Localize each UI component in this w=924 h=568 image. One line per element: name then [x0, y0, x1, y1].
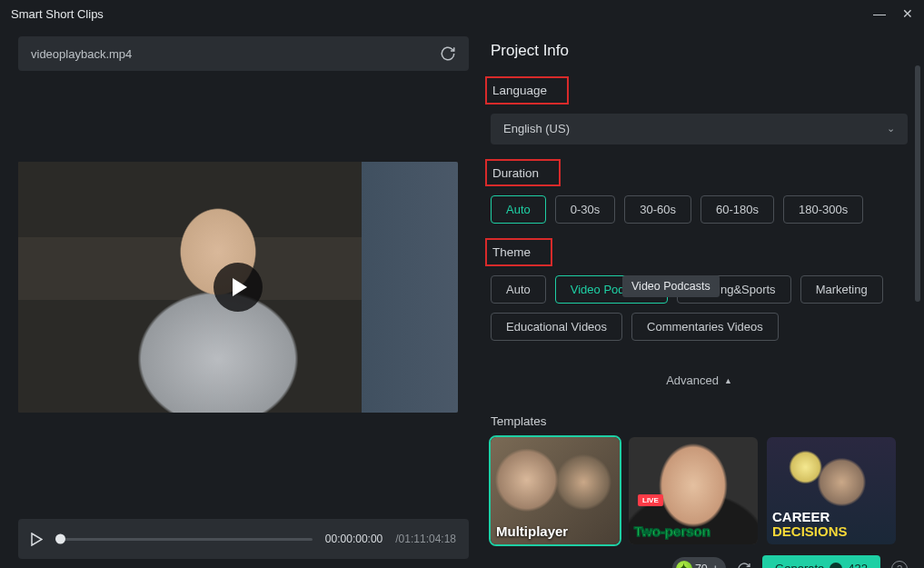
- video-preview[interactable]: [18, 162, 458, 413]
- template-title: CAREER DECISIONS: [772, 510, 890, 539]
- duration-section: Duration Auto 0-30s 30-60s 60-180s 180-3…: [491, 159, 908, 224]
- language-select[interactable]: English (US) ⌄: [491, 114, 908, 144]
- theme-pill-auto[interactable]: Auto: [491, 275, 546, 304]
- theme-tooltip: Video Podcasts: [622, 275, 720, 297]
- chevron-down-icon: ⌄: [887, 123, 895, 135]
- duration-label: Duration: [492, 165, 539, 182]
- seek-bar[interactable]: [55, 538, 313, 541]
- template-career[interactable]: CAREER DECISIONS: [767, 437, 896, 544]
- duration-pill-60-180[interactable]: 60-180s: [700, 195, 774, 224]
- file-name: videoplayback.mp4: [31, 47, 132, 61]
- file-bar: videoplayback.mp4: [18, 36, 469, 71]
- duration-pill-180-300[interactable]: 180-300s: [783, 195, 863, 224]
- play-button[interactable]: [214, 263, 263, 312]
- advanced-toggle[interactable]: Advanced▲: [491, 374, 908, 387]
- theme-pill-educational[interactable]: Educational Videos: [491, 313, 622, 341]
- refresh-icon[interactable]: [440, 45, 456, 62]
- panel-header: Project Info: [491, 42, 908, 60]
- project-info-panel: Project Info Language English (US) ⌄ Dur…: [476, 27, 924, 568]
- preview-panel: videoplayback.mp4 00:00:00:00 /01:11:04:…: [0, 27, 476, 568]
- total-duration: /01:11:04:18: [395, 533, 456, 545]
- templates-row: Multiplayer LIVE Two-person CAREER DECIS…: [491, 437, 908, 544]
- live-badge: LIVE: [638, 494, 663, 506]
- language-value: English (US): [503, 122, 570, 135]
- seek-thumb[interactable]: [55, 534, 65, 544]
- language-section: Language English (US) ⌄: [491, 76, 908, 144]
- scrollbar[interactable]: [915, 65, 920, 302]
- generate-cost: 432: [848, 562, 868, 568]
- window-controls: — ✕: [873, 6, 913, 21]
- titlebar: Smart Short Clips — ✕: [0, 0, 924, 27]
- coin-icon: ✦: [676, 561, 692, 568]
- cost-coin-icon: [830, 563, 842, 568]
- play-icon[interactable]: [31, 533, 43, 546]
- caret-up-icon: ▲: [724, 376, 732, 385]
- footer: ✦ 70 + Generate 432 ?: [491, 544, 908, 568]
- credits-value: 70: [695, 563, 708, 568]
- duration-pill-30-60[interactable]: 30-60s: [624, 195, 691, 224]
- minimize-icon[interactable]: —: [873, 6, 886, 21]
- credits-badge[interactable]: ✦ 70 +: [672, 557, 726, 568]
- duration-options: Auto 0-30s 30-60s 60-180s 180-300s: [491, 195, 908, 224]
- theme-pill-marketing[interactable]: Marketing: [800, 275, 883, 304]
- theme-label: Theme: [492, 244, 531, 261]
- template-multiplayer[interactable]: Multiplayer: [491, 437, 620, 544]
- close-icon[interactable]: ✕: [902, 6, 913, 21]
- duration-pill-auto[interactable]: Auto: [491, 195, 546, 224]
- theme-pill-commentaries[interactable]: Commentaries Videos: [631, 313, 779, 341]
- template-title: Multiplayer: [496, 524, 614, 539]
- help-icon[interactable]: ?: [891, 561, 908, 568]
- playback-controls: 00:00:00:00 /01:11:04:18: [18, 519, 469, 559]
- refresh-credits-icon[interactable]: [737, 562, 751, 568]
- language-label: Language: [492, 83, 547, 99]
- generate-button[interactable]: Generate 432: [762, 555, 880, 568]
- current-time: 00:00:00:00: [325, 533, 383, 545]
- plus-icon: +: [712, 563, 719, 568]
- window-title: Smart Short Clips: [11, 7, 104, 21]
- duration-pill-0-30[interactable]: 0-30s: [555, 195, 616, 224]
- template-two-person[interactable]: LIVE Two-person: [629, 437, 758, 544]
- templates-label: Templates: [491, 414, 908, 428]
- template-title: Two-person: [634, 524, 752, 539]
